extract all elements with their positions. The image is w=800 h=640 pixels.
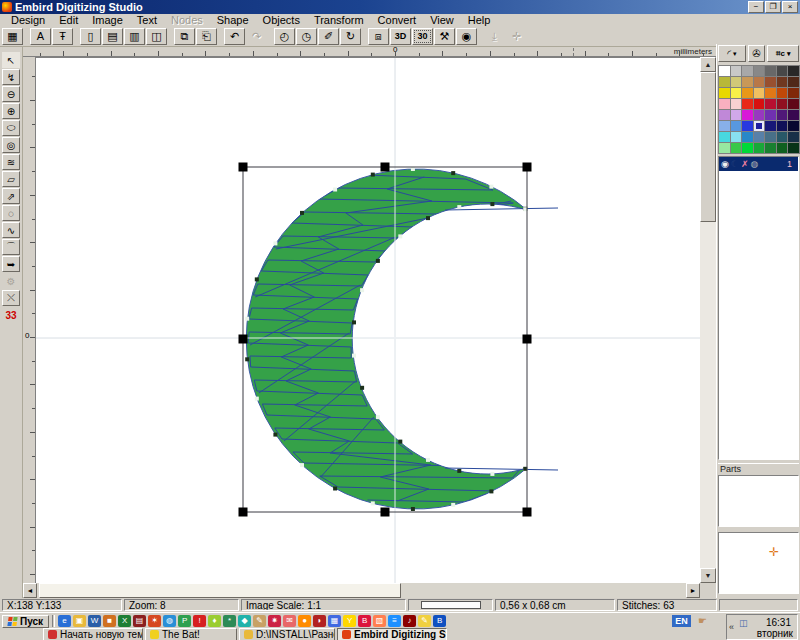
language-indicator[interactable]: EN xyxy=(672,615,691,627)
color-swatch[interactable] xyxy=(719,121,730,131)
zoom-out-tool[interactable]: ⊖ xyxy=(2,86,20,102)
color-swatch[interactable] xyxy=(731,66,742,76)
quick-launch-icon[interactable]: ◆ xyxy=(238,615,251,627)
restore-button[interactable]: ❐ xyxy=(765,1,781,13)
menu-image[interactable]: Image xyxy=(85,14,130,27)
copy-button[interactable]: ⧉ xyxy=(174,28,195,45)
arc-tool[interactable]: ⌒ xyxy=(2,239,20,255)
title-bar[interactable]: Embird Digitizing Studio − ❐ × xyxy=(0,0,800,14)
color-swatch[interactable] xyxy=(777,121,788,131)
eye-icon[interactable]: ◉ xyxy=(721,159,729,169)
quick-launch-icon[interactable]: W xyxy=(88,615,101,627)
stitch-node[interactable] xyxy=(490,472,494,476)
color-swatch[interactable] xyxy=(731,77,742,87)
regenerate-button[interactable]: ↻ xyxy=(340,28,361,45)
color-swatch[interactable] xyxy=(777,143,788,153)
quick-launch-icon[interactable]: ✷ xyxy=(268,615,281,627)
stitch-node[interactable] xyxy=(489,185,493,189)
quick-launch-icon[interactable]: ! xyxy=(193,615,206,627)
stitch-mode-dropdown[interactable]: ⌗c ▾ xyxy=(767,45,799,62)
camera-button[interactable]: ◉ xyxy=(456,28,477,45)
quick-launch-icon[interactable]: ◗ xyxy=(313,615,326,627)
stitch-node[interactable] xyxy=(376,259,380,263)
layer-list[interactable]: ◉ ☾ ✗ ◍ 1 xyxy=(718,156,799,460)
color-swatch[interactable] xyxy=(754,88,765,98)
color-swatch[interactable] xyxy=(742,77,753,87)
color-swatch[interactable] xyxy=(765,132,776,142)
hand-pointer-icon[interactable]: ☛ xyxy=(698,615,707,626)
color-swatch[interactable] xyxy=(765,143,776,153)
selection-handle[interactable] xyxy=(239,508,248,517)
speed-gauge-button[interactable]: ◷ xyxy=(296,28,317,45)
stitch-node[interactable] xyxy=(489,489,493,493)
stitch-node[interactable] xyxy=(426,458,430,462)
color-swatch[interactable] xyxy=(765,110,776,120)
color-swatch[interactable] xyxy=(754,121,765,131)
tray-chevron-icon[interactable]: « xyxy=(729,622,734,632)
stitch-node[interactable] xyxy=(273,241,277,245)
color-swatch[interactable] xyxy=(777,99,788,109)
stitch-node[interactable] xyxy=(398,234,402,238)
color-swatch[interactable] xyxy=(777,88,788,98)
stitch-node[interactable] xyxy=(333,487,337,491)
outline-shape-tool[interactable]: ◎ xyxy=(2,137,20,153)
color-swatch[interactable] xyxy=(719,77,730,87)
quick-launch-icon[interactable]: ◍ xyxy=(163,615,176,627)
stitch-node[interactable] xyxy=(300,211,304,215)
color-swatch[interactable] xyxy=(788,77,799,87)
vertical-scrollbar[interactable]: ▲ ▼ xyxy=(700,57,716,583)
color-swatch[interactable] xyxy=(742,88,753,98)
import-file-button[interactable]: ▥ xyxy=(124,28,145,45)
fill-shape-tool[interactable]: ⬭ xyxy=(2,120,20,136)
color-swatch[interactable] xyxy=(719,143,730,153)
stitch-points-button[interactable]: 30 xyxy=(412,28,433,45)
quick-launch-icon[interactable]: ≡ xyxy=(388,615,401,627)
color-swatch[interactable] xyxy=(788,88,799,98)
open-file-button[interactable]: ▤ xyxy=(102,28,123,45)
menu-design[interactable]: Design xyxy=(4,14,52,27)
crescent-shape[interactable] xyxy=(246,169,527,509)
color-swatch[interactable] xyxy=(777,132,788,142)
stitch-node[interactable] xyxy=(376,415,380,419)
stitch-node[interactable] xyxy=(245,357,249,361)
taskbar-window-button[interactable]: Embird Digitizing Stud... xyxy=(337,628,447,640)
color-swatch[interactable] xyxy=(731,88,742,98)
color-swatch[interactable] xyxy=(754,132,765,142)
quick-launch-icon[interactable]: * xyxy=(223,615,236,627)
node-edit-tool[interactable]: ↯ xyxy=(2,69,20,85)
stitch-node[interactable] xyxy=(371,173,375,177)
stitch-node[interactable] xyxy=(333,188,337,192)
quick-launch-icon[interactable]: ▦ xyxy=(328,615,341,627)
callout-tool[interactable]: ➥ xyxy=(2,256,20,272)
quick-launch-icon[interactable]: ♦ xyxy=(208,615,221,627)
stitch-node[interactable] xyxy=(457,205,461,209)
tray-app-icon[interactable]: ◫ xyxy=(739,618,748,628)
stitch-node[interactable] xyxy=(300,463,304,467)
color-swatch[interactable] xyxy=(754,110,765,120)
color-swatch[interactable] xyxy=(731,143,742,153)
stitch-node[interactable] xyxy=(490,202,494,206)
color-swatch[interactable] xyxy=(731,132,742,142)
color-swatch[interactable] xyxy=(777,66,788,76)
selection-handle[interactable] xyxy=(523,163,532,172)
save-file-button[interactable]: ◫ xyxy=(146,28,167,45)
undo-button[interactable]: ↶ xyxy=(224,28,245,45)
scroll-up-button[interactable]: ▲ xyxy=(700,57,716,72)
menu-transform[interactable]: Transform xyxy=(307,14,371,27)
color-swatch[interactable] xyxy=(731,99,742,109)
text-transform-tool[interactable]: Ŧ xyxy=(52,28,73,45)
freehand-tool[interactable]: ◌ xyxy=(2,205,20,221)
color-swatch[interactable] xyxy=(742,121,753,131)
color-swatch[interactable] xyxy=(754,99,765,109)
quick-launch-icon[interactable]: ▧ xyxy=(373,615,386,627)
vertical-scroll-thumb[interactable] xyxy=(700,72,716,222)
view-3d-button[interactable]: 3D xyxy=(390,28,411,45)
quick-launch-icon[interactable]: Y xyxy=(343,615,356,627)
color-swatch[interactable] xyxy=(719,66,730,76)
selection-handle[interactable] xyxy=(239,163,248,172)
paste-button[interactable]: ⎗ xyxy=(196,28,217,45)
layer-row-selected[interactable]: ◉ ☾ ✗ ◍ 1 xyxy=(719,157,798,171)
quick-launch-icon[interactable]: ✎ xyxy=(253,615,266,627)
menu-convert[interactable]: Convert xyxy=(371,14,424,27)
selection-handle[interactable] xyxy=(381,163,390,172)
